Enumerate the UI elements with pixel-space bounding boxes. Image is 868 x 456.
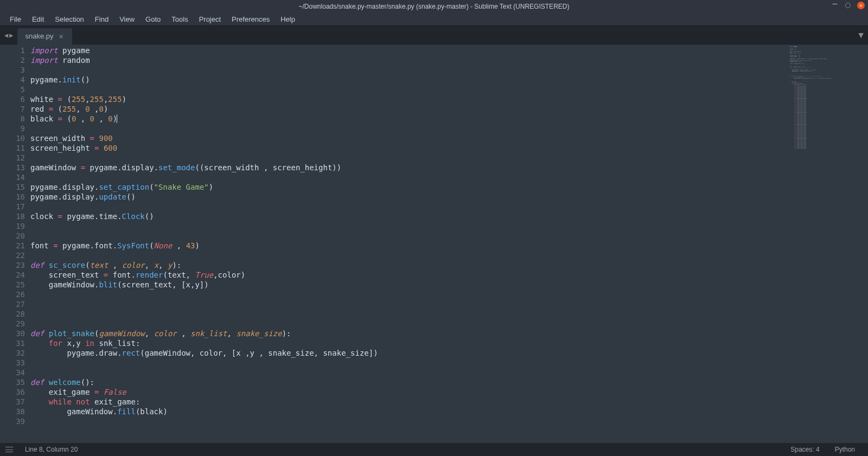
- menu-tools[interactable]: Tools: [166, 15, 193, 23]
- panel-switcher-icon[interactable]: [5, 447, 13, 452]
- menu-goto[interactable]: Goto: [140, 15, 166, 23]
- statusbar: Line 8, Column 20 Spaces: 4 Python: [0, 443, 868, 456]
- editor: 1234567891011121314151617181920212223242…: [0, 44, 868, 443]
- menu-project[interactable]: Project: [194, 15, 226, 23]
- tab-snake-py[interactable]: snake.py ×: [17, 28, 72, 44]
- menu-help[interactable]: Help: [275, 15, 301, 23]
- nav-forward-icon[interactable]: ▶: [9, 31, 13, 39]
- line-number-gutter: 1234567891011121314151617181920212223242…: [0, 44, 30, 443]
- tab-close-icon[interactable]: ×: [59, 32, 63, 41]
- tab-label: snake.py: [25, 32, 53, 40]
- minimize-button[interactable]: —: [831, 0, 839, 7]
- close-button[interactable]: ✕: [857, 2, 865, 9]
- menu-selection[interactable]: Selection: [49, 15, 89, 23]
- tab-dropdown-icon[interactable]: ▼: [858, 30, 864, 40]
- tabbar: ◀ ▶ snake.py × ▼: [0, 26, 868, 44]
- menu-find[interactable]: Find: [90, 15, 114, 23]
- titlebar: ~/Downloads/snake.py-master/snake.py (sn…: [0, 0, 868, 13]
- status-indent[interactable]: Spaces: 4: [783, 446, 827, 453]
- window-controls: — ✕: [831, 2, 865, 9]
- menu-preferences[interactable]: Preferences: [226, 15, 275, 23]
- menu-view[interactable]: View: [114, 15, 140, 23]
- nav-back-icon[interactable]: ◀: [4, 31, 8, 39]
- menu-edit[interactable]: Edit: [27, 15, 49, 23]
- menu-file[interactable]: File: [4, 15, 27, 23]
- status-position[interactable]: Line 8, Column 20: [17, 446, 85, 453]
- minimap[interactable]: import pygameimport random pygame.init()…: [787, 44, 868, 443]
- code-area[interactable]: import pygameimport random pygame.init()…: [30, 44, 787, 443]
- menubar: File Edit Selection Find View Goto Tools…: [0, 13, 868, 26]
- status-syntax[interactable]: Python: [827, 446, 863, 453]
- maximize-button[interactable]: [845, 3, 851, 8]
- window-title: ~/Downloads/snake.py-master/snake.py (sn…: [299, 3, 570, 10]
